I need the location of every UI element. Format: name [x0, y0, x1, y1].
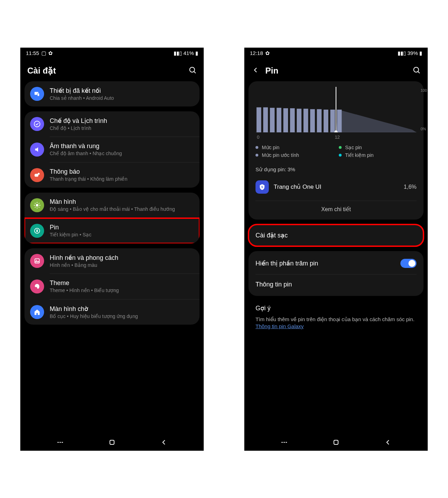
y-max: 100 — [421, 88, 427, 92]
y-min: 0% — [421, 127, 427, 131]
svg-rect-29 — [263, 107, 268, 132]
battery-icon: ▮ — [419, 50, 422, 56]
charging-settings-row[interactable]: Cài đặt sạc — [248, 224, 424, 246]
brightness-icon — [30, 198, 44, 212]
svg-rect-5 — [35, 174, 38, 177]
setting-row-theme[interactable]: Theme Theme • Hình nền • Biểu tượng — [24, 274, 200, 299]
status-bar: 11:55 ▢ ✿ ▮▮▯ 41% ▮ — [20, 48, 204, 59]
notif-icon — [30, 168, 44, 182]
setting-row-sound[interactable]: Âm thanh và rung Chế độ âm thanh • Nhạc … — [24, 137, 200, 162]
svg-rect-33 — [290, 108, 295, 132]
gear-icon: ✿ — [265, 50, 270, 56]
setting-subtitle: Theme • Hình nền • Biểu tượng — [50, 288, 194, 293]
settings-screen: 11:55 ▢ ✿ ▮▮▯ 41% ▮ Cài đặt Thiết bị đã … — [20, 48, 204, 451]
back-icon[interactable] — [251, 66, 260, 76]
battery-chart: 100 0% — [255, 87, 416, 132]
battery-label: 41% — [183, 50, 194, 56]
svg-rect-34 — [297, 109, 301, 132]
search-icon[interactable] — [188, 66, 197, 76]
svg-rect-30 — [270, 108, 274, 132]
setting-title: Màn hình chờ — [50, 305, 194, 313]
tip-title: Gợi ý — [255, 304, 416, 312]
svg-rect-3 — [37, 93, 40, 96]
setting-title: Màn hình — [50, 198, 194, 206]
setting-row-wallpaper[interactable]: Hình nền và phong cách Hình nền • Bảng m… — [24, 248, 200, 274]
setting-subtitle: Chế độ âm thanh • Nhạc chuông — [50, 151, 194, 156]
nav-bar — [244, 434, 428, 451]
svg-rect-37 — [317, 109, 321, 132]
svg-rect-47 — [334, 440, 338, 444]
home-button[interactable] — [332, 438, 340, 447]
check-icon — [30, 117, 44, 131]
battery-usage-card: 100 0% 0 12 Mức pin Sạc pin Mức pin ước … — [248, 81, 424, 220]
setting-row-check[interactable]: Chế độ và Lịch trình Chế độ • Lịch trình — [24, 111, 200, 137]
back-button[interactable] — [384, 438, 392, 447]
tip-link[interactable]: Thông tin pin Galaxy — [255, 323, 304, 329]
svg-point-6 — [38, 173, 40, 175]
battery-info-row[interactable]: Thông tin pin — [255, 274, 416, 295]
wallpaper-icon — [30, 254, 44, 268]
setting-title: Thông báo — [50, 168, 194, 175]
svg-line-14 — [35, 207, 36, 207]
app-usage-row[interactable]: S Trang chủ One UI 1,6% — [255, 177, 416, 197]
show-battery-pct-row[interactable]: Hiển thị phần trăm pin — [255, 253, 416, 274]
setting-subtitle: Chia sẻ nhanh • Android Auto — [50, 95, 194, 101]
page-title: Pin — [265, 66, 278, 76]
settings-group: Màn hình Độ sáng • Bảo vệ cho mắt thoải … — [24, 193, 200, 243]
settings-group: Chế độ và Lịch trình Chế độ • Lịch trình… — [24, 111, 200, 188]
app-name: Trang chủ One UI — [274, 183, 399, 191]
setting-row-devices[interactable]: Thiết bị đã kết nối Chia sẻ nhanh • Andr… — [24, 81, 200, 106]
legend-dot-saving — [339, 154, 342, 157]
setting-row-brightness[interactable]: Màn hình Độ sáng • Bảo vệ cho mắt thoải … — [24, 193, 200, 218]
settings-list[interactable]: Thiết bị đã kết nối Chia sẻ nhanh • Andr… — [20, 81, 204, 434]
recents-button[interactable] — [56, 438, 64, 447]
nav-bar — [20, 434, 204, 451]
setting-subtitle: Bố cục • Huy hiệu biểu tượng ứng dụng — [50, 313, 194, 319]
svg-marker-27 — [336, 110, 416, 132]
svg-rect-28 — [257, 107, 261, 132]
setting-subtitle: Chế độ • Lịch trình — [50, 125, 194, 131]
signal-icon: ▮▮▯ — [398, 50, 406, 56]
image-icon: ▢ — [41, 50, 46, 56]
header: Cài đặt — [20, 59, 204, 81]
svg-rect-36 — [310, 109, 315, 132]
legend-dot-level — [255, 146, 258, 149]
setting-title: Âm thanh và rung — [50, 143, 194, 150]
x-mid: 12 — [335, 134, 340, 140]
svg-text:S: S — [261, 185, 263, 188]
svg-line-12 — [35, 203, 36, 203]
search-icon[interactable] — [412, 66, 421, 76]
svg-line-15 — [39, 203, 40, 203]
svg-rect-39 — [330, 110, 335, 132]
usage-summary: Sử dụng pin: 3% — [255, 166, 416, 173]
svg-rect-40 — [337, 110, 342, 132]
view-detail-button[interactable]: Xem chi tiết — [255, 201, 416, 214]
gear-icon: ✿ — [48, 50, 53, 56]
svg-rect-31 — [276, 108, 281, 132]
setting-title: Hình nền và phong cách — [50, 254, 194, 262]
back-button[interactable] — [160, 438, 168, 447]
tip-section: Gợi ý Tìm hiểu thêm về pin trên điện tho… — [248, 301, 424, 337]
chart-legend: Mức pin Sạc pin Mức pin ước tính Tiết ki… — [255, 145, 416, 164]
status-bar: 12:18 ✿ ▮▮▯ 39% ▮ — [244, 48, 428, 59]
svg-rect-32 — [284, 108, 288, 132]
settings-group: Hình nền và phong cách Hình nền • Bảng m… — [24, 248, 200, 325]
svg-point-4 — [34, 121, 40, 127]
svg-line-25 — [418, 71, 420, 73]
setting-row-battery[interactable]: Pin Tiết kiệm pin • Sạc — [24, 218, 200, 243]
recents-button[interactable] — [280, 438, 288, 447]
setting-row-notif[interactable]: Thông báo Thanh trạng thái • Không làm p… — [24, 162, 200, 188]
battery-icon: ▮ — [195, 50, 198, 56]
battery-content[interactable]: 100 0% 0 12 Mức pin Sạc pin Mức pin ước … — [244, 81, 428, 434]
setting-subtitle: Tiết kiệm pin • Sạc — [50, 232, 194, 237]
home-icon — [30, 305, 44, 319]
setting-row-home[interactable]: Màn hình chờ Bố cục • Huy hiệu biểu tượn… — [24, 299, 200, 325]
setting-subtitle: Thanh trạng thái • Không làm phiền — [50, 176, 194, 182]
show-pct-toggle[interactable] — [400, 259, 416, 268]
svg-point-7 — [36, 204, 38, 206]
svg-rect-23 — [110, 440, 114, 444]
x-start: 0 — [257, 134, 259, 140]
settings-group: Thiết bị đã kết nối Chia sẻ nhanh • Andr… — [24, 81, 200, 106]
home-button[interactable] — [108, 438, 116, 447]
svg-rect-38 — [324, 110, 328, 132]
